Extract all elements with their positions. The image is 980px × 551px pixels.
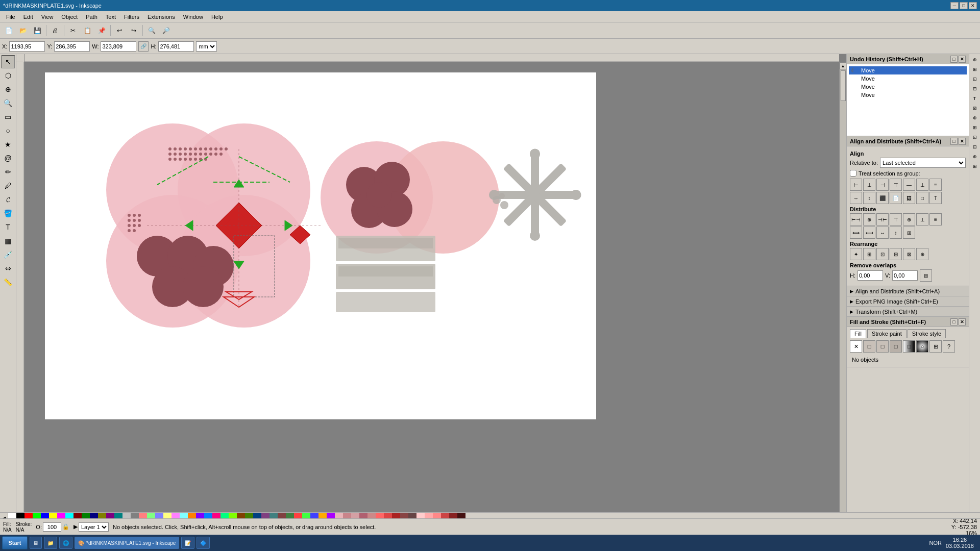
text-tool[interactable]: T [2,220,15,234]
undo-item-3[interactable]: Move [849,74,967,83]
minimize-button[interactable]: ─ [950,2,959,9]
pencil-tool[interactable]: ✏ [2,165,15,179]
layer-select[interactable]: Layer 1 [79,522,109,532]
dist-right-edges-button[interactable]: ⊣⊢ [876,213,889,226]
snap-3[interactable]: ⊡ [970,74,979,84]
flat-color3-button[interactable]: □ [890,340,902,353]
snap-10[interactable]: ⊟ [970,142,979,152]
vertical-scrollbar[interactable]: ▲ ▼ [839,62,846,544]
paste-button[interactable]: 📌 [95,24,108,37]
fill-float-button[interactable]: □ [950,318,958,325]
rearrange-5-button[interactable]: ⊠ [903,248,915,260]
opacity-input[interactable] [43,522,61,532]
print-button[interactable]: 🖨 [48,24,62,37]
linear-grad-button[interactable]: □ [903,340,915,353]
snap-4[interactable]: ⊟ [970,84,979,93]
align-bottom-edges-button[interactable]: ⊥ [916,179,928,191]
dist-centers-h-button[interactable]: ⊕ [863,213,875,226]
scroll-up-button[interactable]: ▲ [840,62,847,69]
collapsed-align-panel[interactable]: ▶ Align and Distribute (Shift+Ctrl+A) [847,286,969,296]
snap-6[interactable]: ⊠ [970,104,979,113]
dist-eq-v2-button[interactable]: ↕ [890,227,902,239]
taskbar-app-2[interactable]: 📁 [44,537,57,549]
snap-7[interactable]: ⊕ [970,113,979,122]
close-button[interactable]: ✕ [969,2,977,9]
menu-item-text[interactable]: Text [102,13,120,21]
rearrange-1-button[interactable]: ✦ [850,248,862,260]
rearrange-4-button[interactable]: ⊟ [890,248,902,260]
dist-extra-button[interactable]: ⊞ [903,227,915,239]
flat-color2-button[interactable]: □ [876,340,889,353]
snap-2[interactable]: ⊞ [970,65,979,74]
zoom-tool[interactable]: 🔍 [2,96,15,110]
dist-bottom-edges-button[interactable]: ⊥ [916,213,928,226]
align-right-edges-button[interactable]: ⊣ [876,179,889,191]
menu-item-file[interactable]: File [2,13,19,21]
menu-item-object[interactable]: Object [57,13,82,21]
undo-item-2[interactable]: Move [849,83,967,91]
treat-as-group-checkbox[interactable] [850,170,856,177]
flat-color-button[interactable]: □ [863,340,875,353]
undo-item-4[interactable]: 4 Move [849,66,967,74]
node-tool[interactable]: ⬡ [2,69,15,82]
taskbar-app-4[interactable]: 📝 [181,537,194,549]
align-close-button[interactable]: ✕ [959,138,966,145]
menu-item-filters[interactable]: Filters [120,13,143,21]
align-float-button[interactable]: □ [950,138,958,145]
taskbar-app-3[interactable]: 🌐 [59,537,72,549]
align-first-button[interactable]: ↕ [863,192,875,204]
fill-tab[interactable]: Fill [850,329,866,338]
dist-left-edges-button[interactable]: ⊢⊣ [850,213,862,226]
dist-top-edges-button[interactable]: ⊤ [890,213,902,226]
snap-11[interactable]: ⊕ [970,152,979,161]
overlap-h-input[interactable] [857,270,883,281]
align-center-on-vert-axis-button[interactable]: ⊥ [863,179,875,191]
align-text-baseline-button[interactable]: ≡ [929,179,942,191]
calligraphy-tool[interactable]: 𝓒 [2,193,15,206]
fill-close-button[interactable]: ✕ [959,318,966,325]
menu-item-path[interactable]: Path [82,13,102,21]
align-top-edges-button[interactable]: ⊤ [890,179,902,191]
fill-stroke-header[interactable]: Fill and Stroke (Shift+Ctrl+F) □ ✕ [847,317,969,327]
open-button[interactable]: 📂 [16,24,30,37]
drawing-canvas[interactable] [45,72,596,419]
align-panel-header[interactable]: Align and Distribute (Shift+Ctrl+A) □ ✕ [847,136,969,146]
rect-tool[interactable]: ▭ [2,110,15,123]
select-tool[interactable]: ↖ [2,55,15,68]
align-center-on-horiz-axis-button[interactable]: — [903,179,915,191]
align-extra-button[interactable]: T [929,192,942,204]
vscroll-track[interactable] [840,69,847,537]
align-last-button[interactable]: ↔ [850,192,862,204]
zoom-out-button[interactable]: 🔎 [159,24,173,37]
snap-1[interactable]: ⊕ [970,55,979,64]
undo-button[interactable]: ↩ [113,24,126,37]
redo-button[interactable]: ↪ [127,24,140,37]
dist-eq-v-button[interactable]: ⟻ [863,227,875,239]
spiral-tool[interactable]: @ [2,152,15,165]
save-button[interactable]: 💾 [31,24,44,37]
collapsed-transform-panel[interactable]: ▶ Transform (Shift+Ctrl+M) [847,307,969,317]
canvas-scroll-area[interactable] [24,62,839,544]
radial-grad-button[interactable]: ○ [916,340,928,353]
menu-item-edit[interactable]: Edit [19,13,37,21]
canvas-area[interactable]: // Generated by template script below [16,54,846,551]
measure-tool[interactable]: 📏 [2,276,15,289]
align-selection-button[interactable]: □ [916,192,928,204]
undo-history-header[interactable]: Undo History (Shift+Ctrl+H) □ ✕ [847,54,969,64]
copy-button[interactable]: 📋 [81,24,94,37]
panel-close-button[interactable]: ✕ [959,56,966,63]
snap-5[interactable]: T [970,94,979,103]
tweak-tool[interactable]: ⊕ [2,83,15,96]
align-biggest-button[interactable]: ⬛ [876,192,889,204]
stroke-style-tab[interactable]: Stroke style [908,329,946,338]
connector-tool[interactable]: ⇔ [2,262,15,275]
snap-12[interactable]: ⊞ [970,162,979,171]
rearrange-6-button[interactable]: ⊕ [916,248,928,260]
overlap-v-input[interactable] [892,270,918,281]
align-left-edges-button[interactable]: ⊢ [850,179,862,191]
panel-float-button[interactable]: □ [950,56,958,63]
menu-item-view[interactable]: View [37,13,58,21]
pen-tool[interactable]: 🖊 [2,179,15,192]
h-input[interactable] [158,41,194,52]
menu-item-window[interactable]: Window [179,13,207,21]
